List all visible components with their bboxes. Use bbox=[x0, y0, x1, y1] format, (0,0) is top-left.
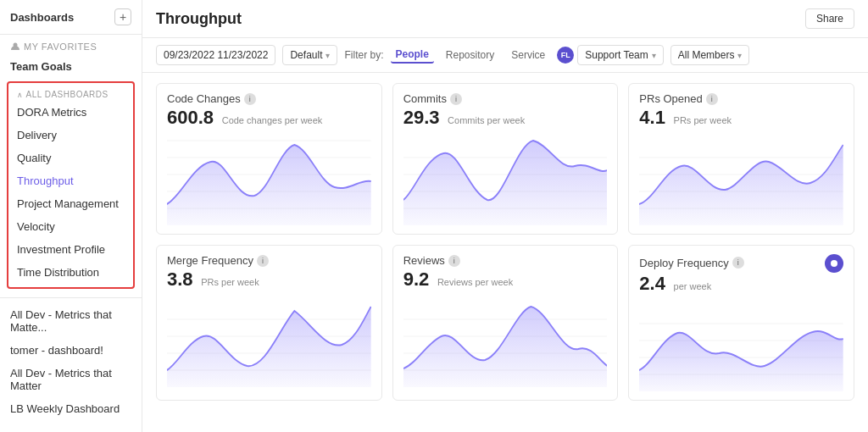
team-goals-label: Team Goals bbox=[0, 55, 142, 78]
info-icon-reviews[interactable]: i bbox=[448, 255, 460, 267]
support-team-avatar: FL bbox=[557, 47, 574, 64]
chart-title-code-changes: Code Changes bbox=[167, 92, 241, 105]
person-icon bbox=[10, 42, 20, 52]
sidebar-divider bbox=[0, 297, 142, 298]
chart-card-merge-frequency: Merge Frequency i 3.8 PRs per week bbox=[156, 245, 382, 401]
chart-header-merge-frequency: Merge Frequency i bbox=[167, 254, 269, 267]
chart-subtitle-commits: Commits per week bbox=[448, 115, 525, 125]
chart-value-reviews: 9.2 bbox=[403, 269, 430, 290]
chart-subtitle-code-changes: Code changes per week bbox=[222, 115, 323, 125]
chart-area-merge-frequency bbox=[167, 294, 371, 387]
chart-title-reviews: Reviews bbox=[403, 254, 445, 267]
sidebar-header: Dashboards + bbox=[0, 0, 142, 35]
rocket-icon bbox=[829, 258, 839, 269]
chart-value-row-commits: 29.3 Commits per week bbox=[403, 107, 608, 129]
all-members-select[interactable]: All Members bbox=[670, 45, 750, 65]
chart-header-reviews: Reviews i bbox=[403, 254, 460, 267]
chart-value-row-code-changes: 600.8 Code changes per week bbox=[167, 107, 371, 129]
sidebar-item-quality[interactable]: Quality bbox=[8, 147, 133, 169]
all-dashboards-label: ALL DASHBOARDS bbox=[8, 86, 133, 101]
sidebar-item-project-management[interactable]: Project Management bbox=[8, 192, 133, 215]
sidebar-item-velocity[interactable]: Velocity bbox=[8, 215, 133, 238]
deploy-frequency-icon bbox=[825, 254, 843, 273]
chart-subtitle-prs-opened: PRs per week bbox=[674, 115, 732, 125]
toolbar: 09/23/2022 11/23/2022 Default Filter by:… bbox=[142, 38, 868, 73]
chart-area-reviews bbox=[403, 294, 608, 387]
chart-area-deploy-frequency bbox=[639, 298, 843, 391]
page-title: Throughput bbox=[156, 10, 242, 28]
my-favorites-section: MY FAVORITES bbox=[0, 35, 142, 55]
chart-value-deploy-frequency: 2.4 bbox=[639, 273, 665, 294]
chart-card-commits: Commits i 29.3 Commits per week bbox=[392, 83, 619, 235]
chart-subtitle-merge-frequency: PRs per week bbox=[201, 277, 259, 287]
charts-content: Code Changes i 600.8 Code changes per we… bbox=[142, 73, 868, 432]
support-team-select[interactable]: Support Team bbox=[577, 45, 664, 65]
filter-people-button[interactable]: People bbox=[391, 47, 434, 64]
sidebar-item-investment-profile[interactable]: Investment Profile bbox=[8, 238, 133, 261]
main-content: Throughput Share 09/23/2022 11/23/2022 D… bbox=[142, 0, 868, 432]
chart-card-reviews: Reviews i 9.2 Reviews per week bbox=[392, 245, 619, 401]
sidebar-item-delivery[interactable]: Delivery bbox=[8, 124, 133, 147]
info-icon-merge-frequency[interactable]: i bbox=[257, 255, 269, 267]
sidebar: Dashboards + MY FAVORITES Team Goals ALL… bbox=[0, 0, 142, 432]
chart-value-merge-frequency: 3.8 bbox=[167, 269, 193, 290]
add-dashboard-button[interactable]: + bbox=[114, 8, 131, 25]
support-team-container: FL Support Team bbox=[557, 45, 664, 65]
sidebar-item-dora[interactable]: DORA Metrics bbox=[8, 101, 133, 124]
filter-service-button[interactable]: Service bbox=[506, 47, 550, 63]
chart-header-deploy-frequency: Deploy Frequency i bbox=[639, 257, 744, 269]
sidebar-item-all-dev-2[interactable]: All Dev - Metrics that Matter bbox=[0, 362, 142, 397]
chart-value-row-prs-opened: 4.1 PRs per week bbox=[639, 107, 843, 129]
main-header: Throughput Share bbox=[142, 0, 868, 38]
chart-title-merge-frequency: Merge Frequency bbox=[167, 254, 253, 267]
sidebar-item-tomer[interactable]: tomer - dashboard! bbox=[0, 339, 142, 362]
chart-value-commits: 29.3 bbox=[403, 107, 440, 128]
chart-area-prs-opened bbox=[639, 132, 843, 225]
sidebar-item-lb-weekly[interactable]: LB Weekly Dashboard bbox=[0, 397, 142, 420]
sidebar-item-time-distribution[interactable]: Time Distribution bbox=[8, 261, 133, 284]
chart-card-code-changes: Code Changes i 600.8 Code changes per we… bbox=[156, 83, 382, 235]
chart-value-row-deploy-frequency: 2.4 per week bbox=[639, 273, 843, 295]
info-icon-commits[interactable]: i bbox=[450, 93, 462, 105]
info-icon-code-changes[interactable]: i bbox=[244, 93, 256, 105]
filter-repository-button[interactable]: Repository bbox=[441, 47, 499, 63]
chart-title-deploy-frequency: Deploy Frequency bbox=[639, 257, 729, 269]
chart-value-prs-opened: 4.1 bbox=[639, 107, 665, 128]
chart-subtitle-deploy-frequency: per week bbox=[674, 281, 712, 291]
chart-value-row-reviews: 9.2 Reviews per week bbox=[403, 269, 608, 291]
svg-point-22 bbox=[831, 260, 837, 267]
chart-value-row-merge-frequency: 3.8 PRs per week bbox=[167, 269, 371, 291]
chart-header-code-changes: Code Changes i bbox=[167, 92, 256, 105]
chart-header-prs-opened: PRs Opened i bbox=[639, 92, 717, 105]
charts-grid: Code Changes i 600.8 Code changes per we… bbox=[156, 83, 854, 401]
chart-subtitle-reviews: Reviews per week bbox=[437, 277, 513, 287]
my-favorites-label: MY FAVORITES bbox=[10, 42, 131, 52]
chart-card-prs-opened: PRs Opened i 4.1 PRs per week bbox=[628, 83, 854, 235]
chart-value-code-changes: 600.8 bbox=[167, 107, 214, 128]
sidebar-title: Dashboards bbox=[10, 11, 74, 24]
all-dashboards-box: ALL DASHBOARDS DORA Metrics Delivery Qua… bbox=[7, 81, 135, 289]
share-button[interactable]: Share bbox=[805, 8, 854, 29]
info-icon-deploy-frequency[interactable]: i bbox=[732, 257, 744, 269]
chart-area-commits bbox=[403, 132, 608, 225]
date-range-picker[interactable]: 09/23/2022 11/23/2022 bbox=[156, 45, 275, 65]
chart-title-prs-opened: PRs Opened bbox=[639, 92, 702, 105]
sidebar-item-throughput[interactable]: Throughput bbox=[8, 169, 133, 192]
chart-title-commits: Commits bbox=[403, 92, 447, 105]
chart-card-deploy-frequency: Deploy Frequency i 2.4 per week bbox=[628, 245, 854, 401]
chart-area-code-changes bbox=[167, 132, 371, 225]
sidebar-item-all-dev-1[interactable]: All Dev - Metrics that Matte... bbox=[0, 303, 142, 339]
info-icon-prs-opened[interactable]: i bbox=[706, 93, 718, 105]
default-select[interactable]: Default bbox=[282, 45, 337, 65]
chart-header-commits: Commits i bbox=[403, 92, 462, 105]
filter-label: Filter by: bbox=[344, 49, 383, 61]
